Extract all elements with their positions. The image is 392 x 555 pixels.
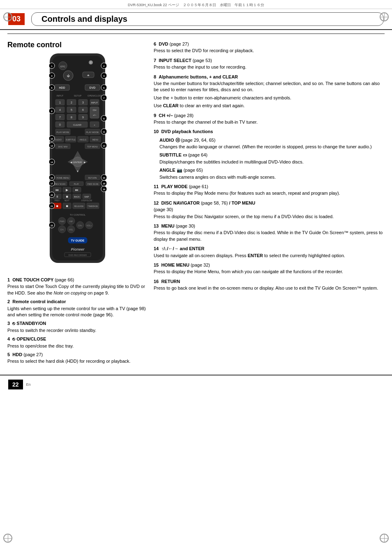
sub-item-audio: AUDIO Ⓗ (page 29, 64, 65) Changes the au… <box>159 137 385 150</box>
corner-decoration-tl <box>3 12 12 21</box>
desc-item-12: 12 DISC NAVIGATOR (page 58, 76) / TOP ME… <box>154 200 385 220</box>
svg-text:20: 20 <box>50 194 53 196</box>
sub-title-angle: ANGLE 📷 <box>159 168 182 173</box>
desc-item-9: 9 CH +/– (page 28) Press to change the c… <box>154 113 385 126</box>
item-body-2: Lights when setting up the remote contro… <box>7 306 147 318</box>
left-column: Remote control OTC 2 ⏻ <box>7 41 147 368</box>
item-num-5: 5 <box>7 352 10 357</box>
item-title-2: Remote control indicator <box>12 299 66 304</box>
svg-text:⏺: ⏺ <box>55 205 58 207</box>
desc-item-5: 5 HDD (page 27) Press to select the hard… <box>7 352 147 365</box>
item-num-10: 10 <box>154 129 159 134</box>
corner-decoration-bl <box>3 534 12 543</box>
item-body-4: Press to open/close the disc tray. <box>7 343 147 349</box>
svg-text:ENTER: ENTER <box>73 161 82 164</box>
file-metadata: DVR-530H_KU.book 22 ページ ２００５年６月８日 水曜日 午前… <box>0 0 392 9</box>
desc-item-10: 10 DVD playback functions AUDIO Ⓗ (page … <box>154 129 385 180</box>
sub-item-subtitle: SUBTITLE ▭ (page 64) Displays/changes th… <box>159 152 385 165</box>
file-info-text: DVR-530H_KU.book 22 ページ ２００５年６月８日 水曜日 午前… <box>128 3 264 7</box>
item-page-5: (page 27) <box>23 352 43 357</box>
svg-text:DVD RECORDER: DVD RECORDER <box>68 254 87 256</box>
item-num-4: 4 <box>7 336 10 341</box>
svg-text:SUBTITLE: SUBTITLE <box>66 138 76 141</box>
item-num-2: 2 <box>7 299 10 304</box>
svg-text:7: 7 <box>59 116 61 119</box>
item-body-14: Used to navigate all on-screen displays.… <box>154 253 385 259</box>
svg-text:6: 6 <box>82 108 84 111</box>
svg-text:MENU: MENU <box>92 138 98 141</box>
divider <box>7 33 385 34</box>
right-column: 6 DVD (page 27) Press to select the DVD … <box>154 41 385 368</box>
svg-text:3: 3 <box>82 101 84 104</box>
item-title-12: DISC NAVIGATOR <box>161 200 200 205</box>
svg-text:ANGLE: ANGLE <box>79 138 87 141</box>
svg-text:+/–: +/– <box>92 114 96 116</box>
page-title: Controls and displays <box>31 12 384 26</box>
svg-text:⏏: ⏏ <box>87 74 90 76</box>
svg-text:▼: ▼ <box>76 170 79 173</box>
svg-text:SETUP: SETUP <box>74 94 81 97</box>
svg-text:9: 9 <box>82 116 84 119</box>
desc-item-6: 6 DVD (page 27) Press to select the DVD … <box>154 41 385 54</box>
item-num-12: 12 <box>154 200 159 205</box>
item-body-11: Press to display the Play Mode menu (for… <box>154 190 385 196</box>
item-num-9: 9 <box>154 113 156 118</box>
item-page-12b: (page 30) <box>154 207 385 213</box>
item-title-6: DVD <box>159 41 168 46</box>
corner-decoration-br <box>380 534 389 543</box>
svg-text:18: 18 <box>102 182 105 185</box>
svg-text:+: + <box>94 124 95 126</box>
svg-text:PWR: PWR <box>60 220 65 223</box>
item-title-16: RETURN <box>161 279 180 284</box>
sub-body-audio: Changes the audio language or channel. (… <box>159 144 385 150</box>
sub-body-subtitle: Displays/changes the subtitles included … <box>159 159 385 165</box>
svg-text:⏮: ⏮ <box>55 188 59 192</box>
svg-text:CH: CH <box>92 109 96 111</box>
header-band: 03 Controls and displays <box>0 9 392 30</box>
svg-text:10: 10 <box>50 138 53 140</box>
svg-text:8: 8 <box>71 116 72 119</box>
item-page-15: (page 32) <box>191 263 210 267</box>
footer: 22 En <box>0 375 392 394</box>
sub-title-subtitle: SUBTITLE ▭ <box>159 152 187 157</box>
svg-text:PLAY: PLAY <box>74 183 79 185</box>
item-page-1: (page 66) <box>55 277 74 282</box>
svg-text:AUDIO: AUDIO <box>55 138 62 141</box>
desc-item-13: 13 MENU (page 30) Press to display the d… <box>154 223 385 242</box>
svg-text:16: 16 <box>102 177 105 179</box>
svg-text:PLAY MODE: PLAY MODE <box>86 131 99 134</box>
item-title-13: MENU <box>161 223 174 228</box>
svg-text:◀: ◀ <box>70 161 72 164</box>
item-title-7: INPUT SELECT <box>159 58 191 63</box>
desc-item-8: 8 Alphanumeric buttons, + and CLEAR Use … <box>154 74 385 109</box>
svg-text:RETURN: RETURN <box>88 177 97 179</box>
svg-text:5: 5 <box>71 108 72 111</box>
svg-text:BACK: BACK <box>74 196 80 198</box>
item-body-16: Press to go back one level in the on-scr… <box>154 285 385 291</box>
remote-illustration: OTC 2 ⏻ ⏏ HDD DVD INPUT SET <box>7 53 147 272</box>
item-body-1: Press to start One Touch Copy of the cur… <box>7 283 147 296</box>
svg-text:DISC NAV: DISC NAV <box>58 145 68 148</box>
item-num-15: 15 <box>154 263 159 267</box>
svg-text:INPUT: INPUT <box>91 101 98 104</box>
svg-text:19: 19 <box>102 188 105 191</box>
svg-text:INP: INP <box>69 220 73 223</box>
item-body-15: Press to display the Home Menu, from whi… <box>154 269 385 275</box>
svg-text:Pioneer: Pioneer <box>71 247 85 251</box>
item-num-3: 3 <box>7 321 10 326</box>
svg-text:NEXT: NEXT <box>64 200 69 202</box>
svg-text:⏹: ⏹ <box>65 205 68 207</box>
svg-text:OTC: OTC <box>60 65 65 68</box>
svg-text:CH+: CH+ <box>78 224 82 227</box>
desc-item-3: 3 ⎋ STANDBY/ON Press to switch the recor… <box>7 320 147 334</box>
item-page-12: (page 58, 76) <box>201 200 228 205</box>
left-descriptions: 1 ONE TOUCH COPY (page 66) Press to star… <box>7 277 147 365</box>
item-title-11: PLAY MODE <box>161 184 187 189</box>
svg-text:CH-: CH- <box>60 228 64 231</box>
sub-item-angle: ANGLE 📷 (page 65) Switches camera angles… <box>159 167 385 180</box>
svg-text:14: 14 <box>50 161 53 164</box>
svg-text:HOME MENU: HOME MENU <box>56 177 69 179</box>
item-page-13: (page 30) <box>176 223 195 228</box>
svg-text:DVD: DVD <box>89 86 95 89</box>
svg-text:TOP MENU: TOP MENU <box>87 145 98 148</box>
